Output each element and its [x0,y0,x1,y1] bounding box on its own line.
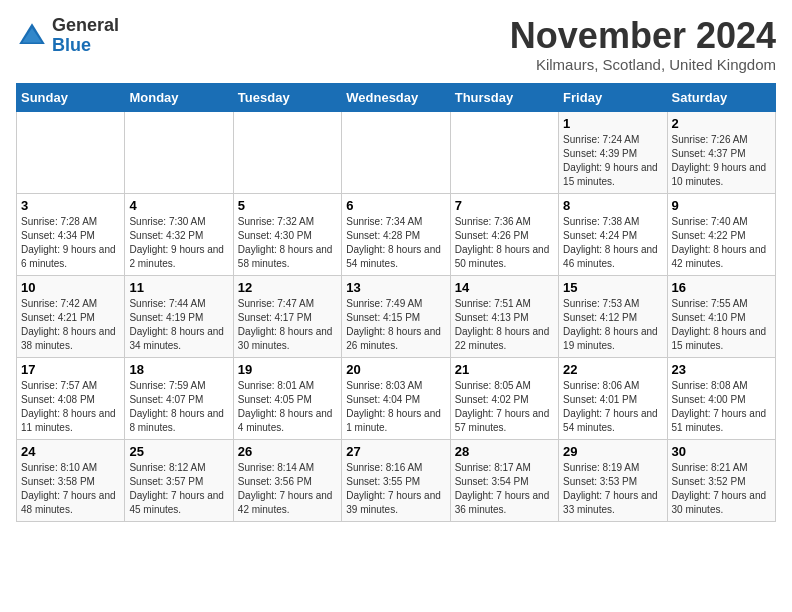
logo-general-text: General [52,15,119,35]
calendar-cell: 10Sunrise: 7:42 AM Sunset: 4:21 PM Dayli… [17,275,125,357]
day-number: 29 [563,444,662,459]
day-number: 3 [21,198,120,213]
calendar-cell [450,111,558,193]
day-info: Sunrise: 8:08 AM Sunset: 4:00 PM Dayligh… [672,379,771,435]
calendar-cell: 11Sunrise: 7:44 AM Sunset: 4:19 PM Dayli… [125,275,233,357]
day-info: Sunrise: 7:42 AM Sunset: 4:21 PM Dayligh… [21,297,120,353]
location-text: Kilmaurs, Scotland, United Kingdom [510,56,776,73]
calendar-cell: 1Sunrise: 7:24 AM Sunset: 4:39 PM Daylig… [559,111,667,193]
logo-blue-text: Blue [52,35,91,55]
weekday-header-saturday: Saturday [667,83,775,111]
calendar-week-4: 17Sunrise: 7:57 AM Sunset: 4:08 PM Dayli… [17,357,776,439]
calendar-cell: 24Sunrise: 8:10 AM Sunset: 3:58 PM Dayli… [17,439,125,521]
day-number: 15 [563,280,662,295]
calendar-week-1: 1Sunrise: 7:24 AM Sunset: 4:39 PM Daylig… [17,111,776,193]
weekday-header-tuesday: Tuesday [233,83,341,111]
calendar-cell: 13Sunrise: 7:49 AM Sunset: 4:15 PM Dayli… [342,275,450,357]
calendar-cell [342,111,450,193]
day-number: 20 [346,362,445,377]
calendar-cell: 25Sunrise: 8:12 AM Sunset: 3:57 PM Dayli… [125,439,233,521]
day-number: 23 [672,362,771,377]
calendar-cell: 27Sunrise: 8:16 AM Sunset: 3:55 PM Dayli… [342,439,450,521]
calendar-cell: 26Sunrise: 8:14 AM Sunset: 3:56 PM Dayli… [233,439,341,521]
day-number: 11 [129,280,228,295]
day-info: Sunrise: 7:49 AM Sunset: 4:15 PM Dayligh… [346,297,445,353]
weekday-header-monday: Monday [125,83,233,111]
day-number: 9 [672,198,771,213]
day-info: Sunrise: 7:59 AM Sunset: 4:07 PM Dayligh… [129,379,228,435]
day-number: 8 [563,198,662,213]
calendar-cell: 22Sunrise: 8:06 AM Sunset: 4:01 PM Dayli… [559,357,667,439]
day-number: 19 [238,362,337,377]
day-info: Sunrise: 7:57 AM Sunset: 4:08 PM Dayligh… [21,379,120,435]
calendar-cell: 18Sunrise: 7:59 AM Sunset: 4:07 PM Dayli… [125,357,233,439]
day-info: Sunrise: 7:36 AM Sunset: 4:26 PM Dayligh… [455,215,554,271]
day-info: Sunrise: 7:55 AM Sunset: 4:10 PM Dayligh… [672,297,771,353]
day-number: 12 [238,280,337,295]
logo-text: General Blue [52,16,119,56]
day-info: Sunrise: 7:47 AM Sunset: 4:17 PM Dayligh… [238,297,337,353]
calendar-week-3: 10Sunrise: 7:42 AM Sunset: 4:21 PM Dayli… [17,275,776,357]
month-title: November 2024 [510,16,776,56]
calendar-cell: 4Sunrise: 7:30 AM Sunset: 4:32 PM Daylig… [125,193,233,275]
calendar-cell: 5Sunrise: 7:32 AM Sunset: 4:30 PM Daylig… [233,193,341,275]
calendar-cell: 14Sunrise: 7:51 AM Sunset: 4:13 PM Dayli… [450,275,558,357]
day-info: Sunrise: 7:51 AM Sunset: 4:13 PM Dayligh… [455,297,554,353]
day-info: Sunrise: 7:24 AM Sunset: 4:39 PM Dayligh… [563,133,662,189]
day-number: 16 [672,280,771,295]
title-section: November 2024 Kilmaurs, Scotland, United… [510,16,776,73]
day-number: 22 [563,362,662,377]
day-number: 6 [346,198,445,213]
day-info: Sunrise: 8:10 AM Sunset: 3:58 PM Dayligh… [21,461,120,517]
day-number: 26 [238,444,337,459]
day-number: 24 [21,444,120,459]
day-number: 14 [455,280,554,295]
day-number: 18 [129,362,228,377]
day-info: Sunrise: 7:40 AM Sunset: 4:22 PM Dayligh… [672,215,771,271]
calendar-cell: 23Sunrise: 8:08 AM Sunset: 4:00 PM Dayli… [667,357,775,439]
logo: General Blue [16,16,119,56]
day-info: Sunrise: 7:28 AM Sunset: 4:34 PM Dayligh… [21,215,120,271]
day-number: 13 [346,280,445,295]
day-number: 27 [346,444,445,459]
calendar-table: SundayMondayTuesdayWednesdayThursdayFrid… [16,83,776,522]
weekday-header-sunday: Sunday [17,83,125,111]
day-info: Sunrise: 8:21 AM Sunset: 3:52 PM Dayligh… [672,461,771,517]
day-info: Sunrise: 8:17 AM Sunset: 3:54 PM Dayligh… [455,461,554,517]
calendar-cell: 2Sunrise: 7:26 AM Sunset: 4:37 PM Daylig… [667,111,775,193]
day-number: 10 [21,280,120,295]
day-info: Sunrise: 7:44 AM Sunset: 4:19 PM Dayligh… [129,297,228,353]
calendar-cell: 20Sunrise: 8:03 AM Sunset: 4:04 PM Dayli… [342,357,450,439]
day-info: Sunrise: 7:53 AM Sunset: 4:12 PM Dayligh… [563,297,662,353]
day-number: 7 [455,198,554,213]
calendar-cell: 3Sunrise: 7:28 AM Sunset: 4:34 PM Daylig… [17,193,125,275]
calendar-cell: 6Sunrise: 7:34 AM Sunset: 4:28 PM Daylig… [342,193,450,275]
day-info: Sunrise: 7:30 AM Sunset: 4:32 PM Dayligh… [129,215,228,271]
day-info: Sunrise: 7:34 AM Sunset: 4:28 PM Dayligh… [346,215,445,271]
day-info: Sunrise: 8:12 AM Sunset: 3:57 PM Dayligh… [129,461,228,517]
calendar-cell: 9Sunrise: 7:40 AM Sunset: 4:22 PM Daylig… [667,193,775,275]
calendar-cell: 30Sunrise: 8:21 AM Sunset: 3:52 PM Dayli… [667,439,775,521]
day-info: Sunrise: 7:26 AM Sunset: 4:37 PM Dayligh… [672,133,771,189]
weekday-header-thursday: Thursday [450,83,558,111]
calendar-cell: 15Sunrise: 7:53 AM Sunset: 4:12 PM Dayli… [559,275,667,357]
day-info: Sunrise: 8:06 AM Sunset: 4:01 PM Dayligh… [563,379,662,435]
calendar-week-5: 24Sunrise: 8:10 AM Sunset: 3:58 PM Dayli… [17,439,776,521]
day-info: Sunrise: 8:05 AM Sunset: 4:02 PM Dayligh… [455,379,554,435]
day-number: 28 [455,444,554,459]
weekday-header-row: SundayMondayTuesdayWednesdayThursdayFrid… [17,83,776,111]
page-header: General Blue November 2024 Kilmaurs, Sco… [16,16,776,73]
calendar-week-2: 3Sunrise: 7:28 AM Sunset: 4:34 PM Daylig… [17,193,776,275]
calendar-cell: 8Sunrise: 7:38 AM Sunset: 4:24 PM Daylig… [559,193,667,275]
day-info: Sunrise: 8:03 AM Sunset: 4:04 PM Dayligh… [346,379,445,435]
day-info: Sunrise: 8:01 AM Sunset: 4:05 PM Dayligh… [238,379,337,435]
calendar-cell: 12Sunrise: 7:47 AM Sunset: 4:17 PM Dayli… [233,275,341,357]
day-number: 2 [672,116,771,131]
calendar-cell: 28Sunrise: 8:17 AM Sunset: 3:54 PM Dayli… [450,439,558,521]
day-number: 30 [672,444,771,459]
calendar-cell: 21Sunrise: 8:05 AM Sunset: 4:02 PM Dayli… [450,357,558,439]
day-info: Sunrise: 7:38 AM Sunset: 4:24 PM Dayligh… [563,215,662,271]
weekday-header-friday: Friday [559,83,667,111]
day-number: 17 [21,362,120,377]
weekday-header-wednesday: Wednesday [342,83,450,111]
